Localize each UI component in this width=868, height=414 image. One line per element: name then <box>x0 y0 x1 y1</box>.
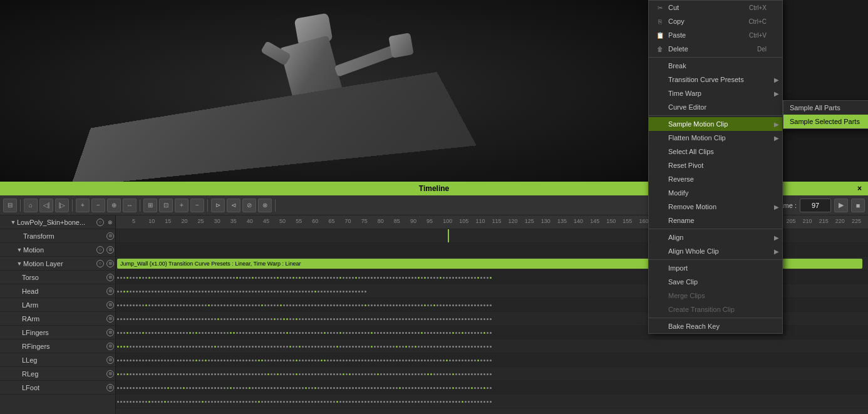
close-icon-larm[interactable]: ⊗ <box>105 300 115 310</box>
keyframe-dot <box>333 304 335 306</box>
merge-button[interactable]: ⊗ <box>258 199 272 212</box>
trim-button[interactable]: ⊲ <box>227 199 240 212</box>
layer-rarm-name: RArm <box>22 315 105 323</box>
menu-break[interactable]: Break <box>649 59 782 73</box>
keyframe-dot <box>220 332 222 334</box>
close-icon-rarm[interactable]: ⊗ <box>105 314 115 324</box>
keyframe-dot <box>186 360 188 361</box>
add-key-button[interactable]: + <box>76 199 90 212</box>
menu-cut[interactable]: ✂ Cut Ctrl+X <box>649 1 782 14</box>
keyframe-dot <box>249 332 251 334</box>
keyframe-dot <box>446 401 448 403</box>
expand-icon-motion-layer[interactable]: ▼ <box>16 260 23 267</box>
filter-button[interactable]: ⊟ <box>3 199 17 212</box>
eye-icon-motion-layer[interactable]: ○ <box>95 259 105 269</box>
keyframe-dot <box>217 387 219 389</box>
submenu-sample-selected[interactable]: Sample Selected Parts <box>783 115 868 128</box>
ruler-mark-105: 105 <box>459 218 468 224</box>
keyframe-dot <box>324 291 326 292</box>
menu-alignwhole[interactable]: Align Whole Clip ▶ <box>649 244 782 258</box>
timeline-close-button[interactable]: × <box>857 184 862 193</box>
expand-icon-motion[interactable]: ▼ <box>16 246 23 254</box>
layer-rarm[interactable]: RArm ⊗ <box>0 312 115 326</box>
menu-saveclip[interactable]: Save Clip <box>649 275 782 289</box>
snap-button[interactable]: ⊕ <box>107 199 121 212</box>
layer-motion[interactable]: ▼ Motion ○ ⊗ <box>0 243 115 257</box>
layer-lfoot[interactable]: LFoot ⊗ <box>0 381 115 395</box>
keyframe-dot <box>167 346 169 348</box>
keyframe-dot <box>133 360 135 361</box>
keyframe-dot <box>440 346 442 348</box>
snap-next-button[interactable]: |▷ <box>55 199 69 212</box>
snap-prev-button[interactable]: ◁| <box>39 199 53 212</box>
close-icon-root[interactable]: ⊗ <box>105 217 115 227</box>
close-icon-motion[interactable]: ⊗ <box>105 245 115 255</box>
layer-motion-layer[interactable]: ▼ Motion Layer ○ ⊗ <box>0 257 115 271</box>
layer-lleg[interactable]: LLeg ⊗ <box>0 353 115 367</box>
menu-delete[interactable]: 🗑 Delete Del <box>649 42 782 56</box>
insert-button[interactable]: ⊳ <box>211 199 225 212</box>
menu-rename[interactable]: Rename <box>649 214 782 227</box>
ruler-mark-75: 75 <box>361 218 368 224</box>
close-icon-lfingers[interactable]: ⊗ <box>105 328 115 338</box>
keyframe-dot <box>155 373 157 375</box>
zoom-in-button[interactable]: + <box>175 199 189 212</box>
keyframe-dot <box>462 332 463 334</box>
close-icon-rleg[interactable]: ⊗ <box>105 369 115 379</box>
frame-button[interactable]: ⊡ <box>159 199 173 212</box>
menu-paste[interactable]: 📋 Paste Ctrl+V <box>649 28 782 42</box>
playhead[interactable] <box>448 229 449 242</box>
menu-timewarp[interactable]: Time Warp ▶ <box>649 86 782 100</box>
zoom-out-button[interactable]: − <box>190 199 204 212</box>
submenu-sample-all[interactable]: Sample All Parts <box>783 101 868 115</box>
close-icon-lfoot[interactable]: ⊗ <box>105 383 115 393</box>
menu-transition[interactable]: Transition Curve Presets ▶ <box>649 73 782 86</box>
scale-button[interactable]: ↔ <box>123 199 137 212</box>
menu-flattenclip[interactable]: Flatten Motion Clip ▶ <box>649 131 782 145</box>
menu-resetpivot[interactable]: Reset Pivot <box>649 158 782 172</box>
layer-transform[interactable]: Transform ⊗ <box>0 229 115 243</box>
fit-button[interactable]: ⊞ <box>143 199 157 212</box>
menu-align[interactable]: Align ▶ <box>649 230 782 244</box>
layer-root[interactable]: ▼ LowPoly_Skin+bone... ○ ⊗ <box>0 215 115 229</box>
key-button[interactable]: ⌂ <box>24 199 38 212</box>
layer-rfingers[interactable]: RFingers ⊗ <box>0 339 115 353</box>
menu-reverse[interactable]: Reverse <box>649 172 782 186</box>
layer-lfingers[interactable]: LFingers ⊗ <box>0 326 115 339</box>
close-icon-rfingers[interactable]: ⊗ <box>105 341 115 351</box>
play-button[interactable]: ▶ <box>834 199 848 212</box>
menu-modify[interactable]: Modify <box>649 186 782 200</box>
menu-copy[interactable]: ⎘ Copy Ctrl+C <box>649 14 782 28</box>
layer-torso[interactable]: Torso ⊗ <box>0 271 115 284</box>
layer-head[interactable]: Head ⊗ <box>0 284 115 298</box>
keyframe-dot <box>399 387 401 389</box>
menu-removemotion[interactable]: Remove Motion ▶ <box>649 200 782 214</box>
keyframe-dot <box>286 332 288 334</box>
stop-button[interactable]: ■ <box>851 199 865 212</box>
menu-bakereach[interactable]: Bake Reach Key <box>649 319 782 333</box>
split-button[interactable]: ⊘ <box>242 199 256 212</box>
eye-icon-root[interactable]: ○ <box>95 217 105 227</box>
frame-input[interactable]: 97 <box>800 199 831 212</box>
keyframe-dot <box>258 304 260 306</box>
close-icon-torso[interactable]: ⊗ <box>105 272 115 282</box>
expand-icon-root[interactable]: ▼ <box>9 219 17 226</box>
layer-larm[interactable]: LArm ⊗ <box>0 298 115 312</box>
keyframe-dot <box>415 373 416 375</box>
close-icon-transform[interactable]: ⊗ <box>105 231 115 241</box>
close-icon-head[interactable]: ⊗ <box>105 286 115 296</box>
layer-rleg[interactable]: RLeg ⊗ <box>0 367 115 381</box>
close-icon-motion-layer[interactable]: ⊗ <box>105 259 115 269</box>
menu-sampleclip[interactable]: Sample Motion Clip ▶ <box>649 117 782 131</box>
eye-icon-motion[interactable]: ○ <box>95 245 105 255</box>
menu-selectall[interactable]: Select All Clips <box>649 145 782 158</box>
keyframe-dot <box>227 360 229 361</box>
keyframe-dot <box>142 277 144 279</box>
remove-key-button[interactable]: − <box>91 199 105 212</box>
kf-lfoot <box>117 398 867 405</box>
close-icon-lleg[interactable]: ⊗ <box>105 355 115 365</box>
menu-curveeditor[interactable]: Curve Editor <box>649 100 782 114</box>
keyframe-dot <box>233 346 235 348</box>
keyframe-dot <box>183 304 185 306</box>
menu-import[interactable]: Import <box>649 261 782 275</box>
